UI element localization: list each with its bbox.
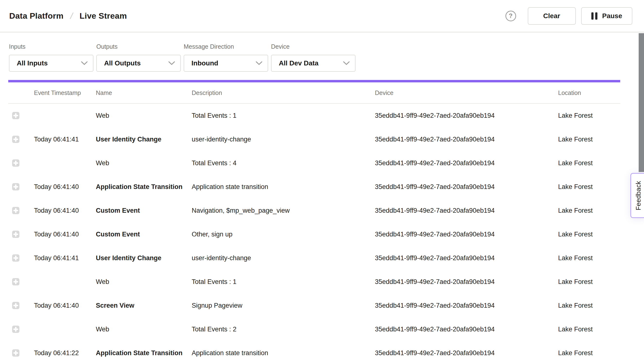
event-name: User Identity Change [96,254,192,262]
plus-icon [12,349,20,357]
event-location: Lake Forest [558,254,620,262]
breadcrumb-data-platform[interactable]: Data Platform [9,11,64,20]
event-description: user-identity-change [192,136,375,143]
breadcrumb-separator: / [62,11,80,21]
filter-select[interactable]: Inbound [184,55,268,72]
table-row[interactable]: Today 06:41:40 Custom Event Navigation, … [8,199,620,222]
event-name: Application State Transition [96,349,192,357]
event-location: Lake Forest [558,231,620,238]
filter-label: Device [271,43,356,50]
table-body: Web Total Events : 1 35eddb41-9ff9-49e2-… [8,104,620,360]
filter: Message Direction Inbound [184,43,268,72]
table-row[interactable]: Web Total Events : 1 35eddb41-9ff9-49e2-… [8,104,620,127]
filter-selected-value: All Outputs [104,59,141,67]
chevron-down-icon [256,61,262,65]
chevron-down-icon [343,61,350,65]
column-header-device: Device [375,89,558,96]
event-timestamp: Today 06:41:41 [34,136,96,143]
table-header-row: Event Timestamp Name Description Device … [8,82,620,104]
expand-row-button[interactable] [12,112,20,119]
event-device-id: 35eddb41-9ff9-49e2-7aed-20afa90eb194 [375,302,558,309]
chevron-down-icon [81,61,88,65]
expand-row-button[interactable] [12,326,20,333]
expand-row-button[interactable] [12,136,20,143]
expand-row-button[interactable] [12,278,20,285]
table-row[interactable]: Web Total Events : 4 35eddb41-9ff9-49e2-… [8,151,620,175]
event-name: Web [96,326,192,333]
event-timestamp: Today 06:41:41 [34,254,96,262]
table-row[interactable]: Today 06:41:40 Screen View Signup Pagevi… [8,294,620,317]
table-row[interactable]: Web Total Events : 2 35eddb41-9ff9-49e2-… [8,317,620,341]
event-name: Application State Transition [96,183,192,191]
table-row[interactable]: Today 06:41:40 Application State Transit… [8,175,620,199]
event-device-id: 35eddb41-9ff9-49e2-7aed-20afa90eb194 [375,254,558,262]
vertical-scrollbar-thumb[interactable] [639,33,644,172]
event-location: Lake Forest [558,278,620,286]
expand-row-button[interactable] [12,254,20,262]
table-row[interactable]: Today 06:41:40 Custom Event Other, sign … [8,222,620,246]
help-icon[interactable]: ? [506,11,516,21]
plus-icon [12,136,20,143]
breadcrumb-live-stream: Live Stream [80,11,127,20]
event-description: user-identity-change [192,254,375,262]
expand-row-button[interactable] [12,160,20,167]
filter-selected-value: All Dev Data [279,59,318,67]
event-device-id: 35eddb41-9ff9-49e2-7aed-20afa90eb194 [375,112,558,119]
filter-select[interactable]: All Outputs [96,55,181,72]
plus-icon [12,278,20,285]
event-location: Lake Forest [558,112,620,119]
filter-select[interactable]: All Dev Data [271,55,356,72]
event-description: Total Events : 1 [192,112,375,119]
filter-select[interactable]: All Inputs [9,55,94,72]
filter-selected-value: Inbound [192,59,218,67]
event-description: Application state transition [192,349,375,357]
event-timestamp: Today 06:41:40 [34,207,96,214]
event-location: Lake Forest [558,136,620,143]
top-bar: Data Platform / Live Stream ? Clear Paus… [0,0,644,32]
expand-row-button[interactable] [12,207,20,214]
plus-icon [12,254,20,262]
plus-icon [12,207,20,214]
pause-button[interactable]: Pause [581,7,632,25]
filter: Device All Dev Data [271,43,356,72]
table-row[interactable]: Today 06:41:41 User Identity Change user… [8,127,620,151]
event-timestamp: Today 06:41:22 [34,349,96,357]
column-header-event-timestamp: Event Timestamp [34,89,96,96]
feedback-tab-label: Feedback [635,181,642,210]
event-name: Custom Event [96,231,192,238]
event-location: Lake Forest [558,302,620,309]
feedback-tab[interactable]: Feedback [630,173,644,218]
filter-label: Inputs [9,43,94,50]
event-description: Total Events : 1 [192,278,375,286]
expand-row-button[interactable] [12,231,20,238]
expand-row-button[interactable] [12,349,20,357]
live-stream-page: Data Platform / Live Stream ? Clear Paus… [0,0,644,360]
clear-button[interactable]: Clear [528,7,576,25]
filter: Outputs All Outputs [96,43,181,72]
event-name: Custom Event [96,207,192,214]
event-name: Web [96,160,192,167]
column-header-description: Description [192,89,375,96]
table-row[interactable]: Today 06:41:41 User Identity Change user… [8,246,620,270]
event-location: Lake Forest [558,160,620,167]
expand-row-button[interactable] [12,302,20,309]
event-device-id: 35eddb41-9ff9-49e2-7aed-20afa90eb194 [375,349,558,357]
event-description: Signup Pageview [192,302,375,309]
plus-icon [12,160,20,167]
event-timestamp: Today 06:41:40 [34,231,96,238]
filter-bar: Inputs All Inputs Outputs All Outputs Me… [0,32,644,72]
expand-row-button[interactable] [12,183,20,190]
event-description: Other, sign up [192,231,375,238]
event-location: Lake Forest [558,349,620,357]
table-row[interactable]: Today 06:41:22 Application State Transit… [8,341,620,360]
plus-icon [12,302,20,309]
filter-label: Message Direction [184,43,268,50]
event-location: Lake Forest [558,207,620,214]
event-device-id: 35eddb41-9ff9-49e2-7aed-20afa90eb194 [375,326,558,333]
chevron-down-icon [168,61,175,65]
table-row[interactable]: Web Total Events : 1 35eddb41-9ff9-49e2-… [8,270,620,294]
event-description: Total Events : 2 [192,326,375,333]
pause-button-label: Pause [602,12,622,20]
breadcrumb: Data Platform / Live Stream [9,11,127,21]
event-location: Lake Forest [558,326,620,333]
